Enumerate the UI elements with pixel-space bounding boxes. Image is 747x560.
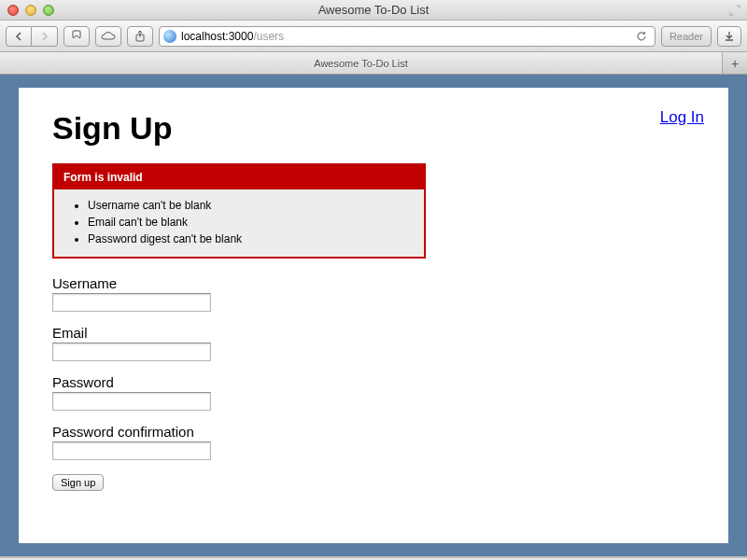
icloud-button[interactable] xyxy=(95,26,121,47)
page-heading: Sign Up xyxy=(52,110,695,147)
error-title: Form is invalid xyxy=(54,165,424,189)
browser-tab[interactable]: Awesome To-Do List xyxy=(0,52,723,74)
address-bar[interactable]: localhost:3000/users xyxy=(159,26,655,47)
password-field-group: Password xyxy=(52,374,695,411)
tab-label: Awesome To-Do List xyxy=(314,58,407,69)
password-input[interactable] xyxy=(52,392,211,411)
zoom-window-button[interactable] xyxy=(43,5,54,16)
nav-buttons xyxy=(6,26,58,47)
password-confirmation-input[interactable] xyxy=(52,441,211,460)
email-label: Email xyxy=(52,325,695,341)
username-field-group: Username xyxy=(52,275,695,312)
forward-button[interactable] xyxy=(32,26,58,47)
login-link[interactable]: Log In xyxy=(660,108,704,127)
back-button[interactable] xyxy=(6,26,32,47)
window-controls xyxy=(7,5,54,16)
username-label: Username xyxy=(52,275,695,291)
username-input[interactable] xyxy=(52,293,211,312)
browser-toolbar: localhost:3000/users Reader xyxy=(0,21,747,52)
error-body: Username can't be blank Email can't be b… xyxy=(54,189,424,257)
window-titlebar: Awesome To-Do List xyxy=(0,0,747,21)
downloads-button[interactable] xyxy=(717,26,741,47)
url-path: /users xyxy=(253,30,284,43)
minimize-window-button[interactable] xyxy=(25,5,36,16)
reader-button[interactable]: Reader xyxy=(661,26,712,47)
reader-label: Reader xyxy=(669,31,703,42)
tab-bar: Awesome To-Do List + xyxy=(0,52,747,75)
signup-submit-button[interactable]: Sign up xyxy=(52,474,104,491)
email-field-group: Email xyxy=(52,325,695,361)
reload-button[interactable] xyxy=(632,31,651,42)
error-message: Email can't be blank xyxy=(88,214,415,231)
window-title: Awesome To-Do List xyxy=(0,3,747,17)
error-explanation: Form is invalid Username can't be blank … xyxy=(52,163,426,259)
close-window-button[interactable] xyxy=(7,5,19,16)
share-button[interactable] xyxy=(127,26,153,47)
password-label: Password xyxy=(52,374,695,390)
bookmark-button[interactable] xyxy=(63,26,90,47)
content-card: Log In Sign Up Form is invalid Username … xyxy=(19,88,728,543)
error-message: Username can't be blank xyxy=(88,197,415,214)
password-confirmation-label: Password confirmation xyxy=(52,424,695,440)
url-host: localhost:3000 xyxy=(181,30,253,43)
error-list: Username can't be blank Email can't be b… xyxy=(63,197,415,247)
email-input[interactable] xyxy=(52,343,211,361)
error-message: Password digest can't be blank xyxy=(88,231,415,247)
site-icon xyxy=(163,30,176,43)
page-background: Log In Sign Up Form is invalid Username … xyxy=(0,75,747,558)
fullscreen-icon[interactable] xyxy=(728,4,741,17)
password-confirmation-field-group: Password confirmation xyxy=(52,424,695,460)
new-tab-button[interactable]: + xyxy=(723,52,747,74)
